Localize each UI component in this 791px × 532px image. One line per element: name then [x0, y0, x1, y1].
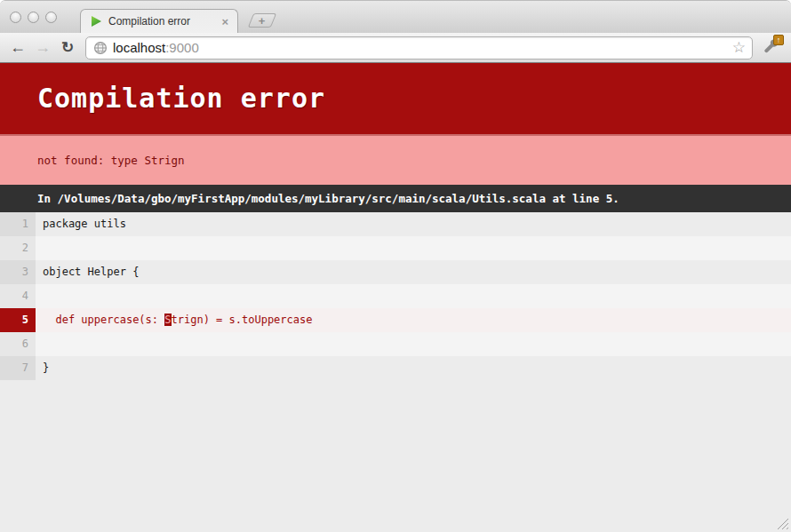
line-number: 6 [0, 332, 36, 356]
error-message-banner: not found: type Strign [0, 134, 791, 185]
menu-wrench-button[interactable]: ↑ [759, 36, 784, 60]
code-pre: def uppercase(s: [43, 314, 164, 326]
code-line: 2 [0, 236, 791, 260]
minimize-window-button[interactable] [28, 12, 39, 23]
update-badge-icon: ↑ [773, 35, 784, 45]
error-message: not found: type Strign [37, 154, 773, 167]
code-text: object Helper { [36, 260, 791, 284]
code-text [36, 332, 791, 356]
code-line: 7 } [0, 356, 791, 380]
code-line: 4 [0, 284, 791, 308]
error-header: Compilation error [0, 63, 791, 134]
back-button[interactable]: ← [7, 37, 28, 59]
reload-button[interactable]: ↻ [57, 37, 78, 59]
line-number: 5 [0, 308, 36, 332]
code-line-error: 5 def uppercase(s: Strign) = s.toUpperca… [0, 308, 791, 332]
reload-icon: ↻ [61, 38, 74, 57]
globe-icon [93, 41, 108, 55]
code-post: trign) = s.toUppercase [172, 314, 313, 326]
tab-close-icon[interactable]: × [220, 16, 230, 28]
error-location: In /Volumes/Data/gbo/myFirstApp/modules/… [37, 192, 773, 205]
url-port: :9000 [165, 40, 199, 55]
url-host: localhost [113, 40, 165, 55]
browser-tab[interactable]: Compilation error × [80, 9, 238, 33]
page-title: Compilation error [37, 83, 773, 114]
new-tab-button[interactable]: + [248, 13, 276, 28]
play-framework-icon [90, 15, 102, 28]
browser-window: Compilation error × + ← → ↻ localhost:90… [0, 0, 791, 532]
code-line: 3 object Helper { [0, 260, 791, 284]
code-text [36, 284, 791, 308]
source-code-listing: 1 package utils 2 3 object Helper { 4 5 … [0, 212, 791, 380]
browser-toolbar: ← → ↻ localhost:9000 ☆ ↑ [0, 33, 791, 63]
address-bar[interactable]: localhost:9000 ☆ [85, 36, 753, 60]
code-text: package utils [36, 212, 791, 236]
code-text: def uppercase(s: Strign) = s.toUppercase [36, 308, 791, 332]
code-text: } [36, 356, 791, 380]
code-line: 6 [0, 332, 791, 356]
error-marker: S [164, 314, 171, 326]
error-location-bar: In /Volumes/Data/gbo/myFirstApp/modules/… [0, 185, 791, 212]
line-number: 3 [0, 260, 36, 284]
line-number: 7 [0, 356, 36, 380]
line-number: 1 [0, 212, 36, 236]
plus-icon: + [259, 15, 266, 27]
bookmark-star-icon[interactable]: ☆ [732, 40, 746, 56]
arrow-left-icon: ← [10, 38, 26, 57]
title-bar: Compilation error × + [0, 1, 791, 33]
arrow-right-icon: → [35, 38, 51, 57]
forward-button[interactable]: → [32, 37, 53, 59]
code-text [36, 236, 791, 260]
close-window-button[interactable] [10, 12, 21, 23]
tab-title: Compilation error [108, 15, 220, 28]
window-resize-grip[interactable] [773, 514, 789, 530]
traffic-lights [10, 12, 57, 23]
url-text: localhost:9000 [113, 40, 199, 55]
code-line: 1 package utils [0, 212, 791, 236]
line-number: 2 [0, 236, 36, 260]
line-number: 4 [0, 284, 36, 308]
zoom-window-button[interactable] [45, 12, 57, 23]
